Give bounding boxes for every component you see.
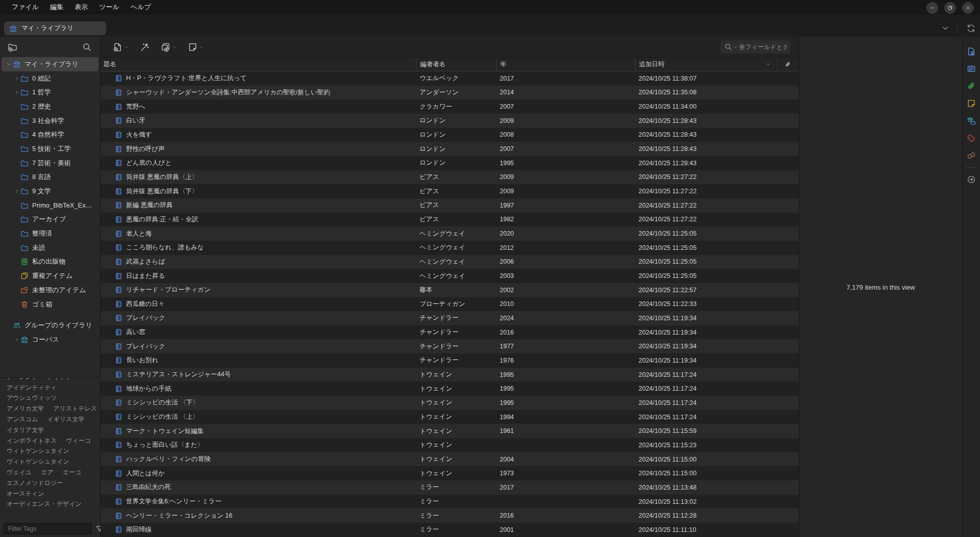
collection-row-5[interactable]: 4 自然科学 [2,127,99,142]
collection-row-1[interactable]: 0 総記 [2,71,99,86]
table-row[interactable]: マーク・トウェイン短編集トウェイン19612024/10/25 11:15:59 [101,424,799,438]
tag-item[interactable]: ヴェイユ [7,468,32,477]
table-row[interactable]: 長いお別れチャンドラー19762024/10/25 11:19:34 [101,353,799,368]
new-item-chevron-icon[interactable] [124,45,129,49]
tag-item[interactable]: アーレント [7,377,38,381]
table-row[interactable]: 新編 悪魔の辞典ビアス19972024/10/25 11:27:22 [101,198,799,213]
table-row[interactable]: どん底の人びとロンドン19952024/10/25 11:28:43 [101,156,799,170]
table-row[interactable]: 南回帰線ミラー20012024/10/25 11:11:10 [101,523,799,537]
tag-item[interactable]: アンスコム [7,415,38,424]
tag-item[interactable]: アイデア [47,377,72,381]
collection-row-20[interactable]: コーパス [2,333,99,347]
chevron-right-icon[interactable] [13,90,20,95]
table-row[interactable]: 高い窓チャンドラー20162024/10/25 11:19:34 [101,325,799,340]
new-item-icon[interactable] [113,42,122,52]
new-note-icon[interactable] [188,42,198,52]
table-row[interactable]: 野性の呼び声ロンドン20072024/10/25 11:28:43 [101,142,799,156]
item-search-box[interactable]: 全フィールドとタグ [720,40,791,54]
tags-icon[interactable] [964,130,978,147]
collection-row-14[interactable]: 私の出版物 [2,255,99,269]
collection-row-9[interactable]: 9 文学 [2,184,99,198]
table-row[interactable]: 筒井版 悪魔の辞典〈上〉ビアス20092024/10/25 11:27:22 [101,170,799,185]
collection-row-10[interactable]: Primo_BibTeX_Ex… [2,198,99,213]
collection-row-8[interactable]: 8 言語 [2,170,99,185]
collection-row-2[interactable]: 1 哲学 [2,85,99,99]
table-row[interactable]: 西瓜糖の日々ブローティガン20102024/10/25 11:22:33 [101,297,799,312]
tag-item[interactable]: エーコ [63,468,82,477]
tag-item[interactable]: ヴィーコ [66,437,91,445]
tag-item[interactable]: イタリア文学 [7,426,44,434]
collection-row-3[interactable]: 2 歴史 [2,99,99,114]
table-row[interactable]: 荒野へクラカワー20072024/10/25 11:34:00 [101,99,799,114]
new-collection-icon[interactable] [8,42,17,52]
close-button[interactable] [962,2,974,14]
tag-item[interactable]: ウィトゲンシュタイン [7,447,69,455]
table-row[interactable]: ハックルベリ・フィンの冒険トウェイン20042024/10/25 11:15:0… [101,452,799,467]
sync-icon[interactable] [966,23,976,33]
related-icon[interactable] [964,147,978,164]
table-row[interactable]: 三島由紀夫の死ミラー20172024/10/25 11:13:48 [101,480,799,495]
table-row[interactable]: ミシシッピの生活 〈下〉トウェイン19952024/10/25 11:17:24 [101,396,799,410]
maximize-button[interactable] [944,2,956,14]
tag-filter-input[interactable] [4,523,92,534]
menu-item-2[interactable]: 表示 [69,1,93,13]
tab-list-chevron-icon[interactable] [941,24,947,32]
table-row[interactable]: ミステリアス・ストレンジャー44号トウェイン19952024/10/25 11:… [101,368,799,382]
table-row[interactable]: 世界文学全集6:ヘンリー・ミラーミラー2024/10/25 11:13:02 [101,495,799,509]
collection-row-19[interactable]: グループのライブラリ [2,318,99,333]
tab-my-library[interactable]: マイ・ライブラリ [4,21,106,35]
chevron-right-icon[interactable] [13,189,20,194]
attachments-icon[interactable] [964,78,978,95]
table-row[interactable]: 日はまた昇るヘミングウェイ20032024/10/25 11:25:05 [101,269,799,283]
new-note-chevron-icon[interactable] [199,45,204,49]
notes-icon[interactable] [964,95,978,112]
table-row[interactable]: 白い牙ロンドン20092024/10/25 11:28:43 [101,114,799,128]
libraries-collections-icon[interactable] [964,112,978,130]
collection-row-6[interactable]: 5 技術・工学 [2,142,99,156]
collection-row-17[interactable]: ゴミ箱 [2,297,99,312]
column-header-date_added[interactable]: 追加日時 [635,58,777,71]
item-info-icon[interactable] [964,43,978,60]
table-row[interactable]: シャーウッド・アンダーソン全詩集:中西部アメリカの聖歌/新しい聖約アンダーソン2… [101,86,799,100]
add-attachment-chevron-icon[interactable] [172,45,177,49]
tag-item[interactable]: オースティン [7,490,44,498]
column-header-creator[interactable]: 編著者名 [416,58,496,71]
collection-row-13[interactable]: 未読 [2,241,99,255]
tag-item[interactable]: インポライトネス [7,437,57,445]
tag-item[interactable]: アリストテレス [53,404,97,413]
tag-item[interactable]: ヴィトゲンシュタイン [7,457,69,466]
table-row[interactable]: プレイバックチャンドラー20242024/10/25 11:19:34 [101,311,799,325]
table-row[interactable]: 地球からの手紙トウェイン19952024/10/25 11:17:24 [101,381,799,396]
chevron-right-icon[interactable] [13,337,20,342]
table-row[interactable]: ちょっと面白い話〈また〉トウェイン2024/10/25 11:15:23 [101,438,799,452]
locate-icon[interactable] [964,171,978,188]
collection-search-icon[interactable] [82,42,92,52]
add-attachment-icon[interactable] [161,42,170,52]
tag-item[interactable]: アメリカ文学 [7,404,44,413]
tag-item[interactable]: エア [41,468,54,477]
tag-item[interactable]: アイデンティティ [7,383,57,392]
table-row[interactable]: 老人と海ヘミングウェイ20202024/10/25 11:25:05 [101,226,799,241]
minimize-button[interactable] [926,2,938,14]
table-row[interactable]: 武器よさらばヘミングウェイ20062024/10/25 11:25:05 [101,255,799,269]
collection-row-12[interactable]: 整理済 [2,226,99,241]
tag-item[interactable]: エスノメソドロジー [7,479,63,488]
collection-row-0[interactable]: マイ・ライブラリ [2,57,99,71]
table-row[interactable]: こころ朗らなれ、誰もみなヘミングウェイ20122024/10/25 11:25:… [101,241,799,255]
column-header-year[interactable]: 年 [496,58,635,71]
table-row[interactable]: 火を熾すロンドン20082024/10/25 11:28:43 [101,128,799,142]
collection-row-7[interactable]: 7 芸術・美術 [2,156,99,170]
tag-item[interactable]: イギリス文学 [47,415,84,424]
table-row[interactable]: 筒井版 悪魔の辞典〈下〉ビアス20092024/10/25 11:27:22 [101,184,799,198]
tag-item[interactable]: アウシュヴィッツ [7,394,57,402]
collection-row-4[interactable]: 3 社会科学 [2,114,99,128]
table-row[interactable]: リチャード・ブローティガン藤本20022024/10/25 11:22:57 [101,283,799,297]
menu-item-3[interactable]: ツール [93,1,125,13]
menu-item-4[interactable]: ヘルプ [125,1,157,13]
table-row[interactable]: 人間とは何かトウェイン19732024/10/25 11:15:00 [101,466,799,480]
collection-row-16[interactable]: 未整理のアイテム [2,283,99,297]
table-row[interactable]: ヘンリー・ミラー・コレクション 16ミラー20162024/10/25 11:1… [101,508,799,523]
tag-item[interactable]: オーディエンス・デザイン [7,500,82,508]
column-header-attachments[interactable] [777,58,798,71]
collection-row-11[interactable]: アーカイブ [2,213,99,227]
